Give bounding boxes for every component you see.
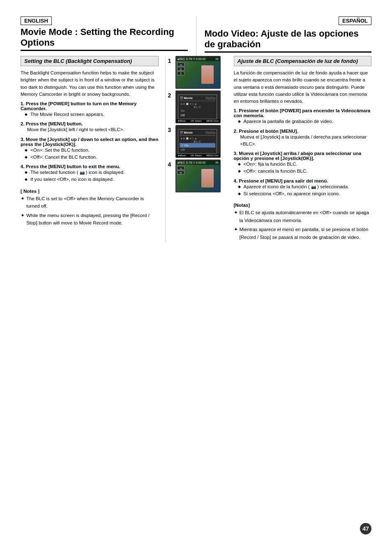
screen-3-move: ◄Move bbox=[178, 154, 186, 157]
note-en-0: The BLC is set to <Off> when the Memory … bbox=[26, 195, 159, 210]
screen-2-menu-header: 🎬 Movie ⬛◻⬛◻ bbox=[180, 96, 215, 101]
screen-1-rec: ●REC S-TE Y 0:00:00 bbox=[178, 58, 206, 60]
screen-1-item: 1 ●REC S-TE Y 0:00:00 IN 📹 📷 ☰ bbox=[168, 56, 225, 89]
screen-2-move: ◄Move bbox=[178, 120, 186, 122]
step-es-4: 4. Presione el [MENU] para salir del men… bbox=[234, 178, 372, 198]
english-badge: ENGLISH bbox=[21, 16, 188, 27]
content-espanol: Ajuste de BLC (Compensación de luz de fo… bbox=[227, 56, 372, 243]
step-en-2-num: 2. Press the [MENU] button. bbox=[21, 121, 159, 126]
screen-4-num: 4 bbox=[168, 161, 174, 168]
step-en-1-num: 1. Press the [POWER] button to turn on t… bbox=[21, 101, 159, 111]
screen-2-bottombar: ◄Move OK Select MENU Exit bbox=[176, 119, 220, 123]
screen-2-menu-icons-row: ★ ⚙ 🔲 ✦ ⬡ ◈ bbox=[180, 102, 215, 106]
step-en-4-title: Press the [MENU] button to exit the menu… bbox=[26, 164, 120, 169]
screen-1: ●REC S-TE Y 0:00:00 IN 📹 📷 ☰ bbox=[175, 56, 221, 89]
note-es-0: El BLC se ajusta automáticamente en <Off… bbox=[240, 209, 372, 224]
step-es-3-title: Mueva el [Joystick] arriba / abajo para … bbox=[234, 151, 362, 161]
screen-4-icon2: 📷 bbox=[177, 171, 184, 174]
english-title-block: ENGLISH Movie Mode : Setting the Recordi… bbox=[21, 16, 196, 56]
screen-2-menu-icons: ⬛◻⬛◻ bbox=[205, 97, 215, 99]
screen-4-subject bbox=[201, 169, 214, 187]
step-es-3-bullet-0: <On>: fija la función BLC. bbox=[244, 161, 372, 168]
screen-3-select: OK Select bbox=[191, 154, 202, 157]
step-es-2-subtitle: Mueva el [Joystick] a la izquierda / der… bbox=[240, 134, 372, 148]
step-es-2-num: 2. Presione el botón [MENU]. bbox=[234, 129, 372, 134]
step-es-3-num: 3. Mueva el [Joystick] arriba / abajo pa… bbox=[234, 151, 372, 161]
intro-espanol: La función de compensación de luz de fon… bbox=[234, 69, 372, 105]
step-en-4: 4. Press the [MENU] button to exit the m… bbox=[21, 164, 159, 183]
step-es-4-title: Presione el [MENU] para salir del menú. bbox=[239, 178, 328, 183]
step-es-2: 2. Presione el botón [MENU]. Mueva el [J… bbox=[234, 129, 372, 148]
screen-2-select: OK Select bbox=[191, 120, 202, 122]
screen-2-exit: MENU Exit bbox=[206, 120, 218, 122]
step-en-3-num: 3. Move the [Joystick] up / down to sele… bbox=[21, 137, 159, 147]
step-en-4-num: 4. Press the [MENU] button to exit the m… bbox=[21, 164, 159, 169]
center-screens: 1 ●REC S-TE Y 0:00:00 IN 📹 📷 ☰ bbox=[166, 56, 227, 243]
screen-2-item: 2 🎬 Movie ⬛◻⬛◻ ★ ⚙ 🔲 ✦ ⬡ ◈ B·L·C On Off bbox=[168, 90, 225, 123]
screen-1-in: IN bbox=[216, 58, 219, 60]
screen-3: 🎬 Movie ⬛◻⬛◻ ★ ⚙ 🔲 ✦ ⬡ ◈ B·L·C ✓ On Off … bbox=[175, 125, 221, 158]
screen-2-num: 2 bbox=[168, 92, 174, 99]
notes-espanol: [Notas] El BLC se ajusta automáticamente… bbox=[234, 201, 372, 241]
screen-1-subject bbox=[201, 65, 214, 84]
screen-3-item: 3 🎬 Movie ⬛◻⬛◻ ★ ⚙ 🔲 ✦ ⬡ ◈ B·L·C ✓ On Of… bbox=[168, 125, 225, 158]
screen-1-num: 1 bbox=[168, 58, 174, 64]
step-es-1-bullet-0: Aparece la pantalla de grabación de vide… bbox=[244, 118, 372, 125]
steps-espanol: 1. Presione el botón [POWER] para encend… bbox=[234, 108, 372, 197]
screen-3-menu-header: 🎬 Movie ⬛◻⬛◻ bbox=[180, 131, 215, 136]
step-en-1: 1. Press the [POWER] button to turn on t… bbox=[21, 101, 159, 118]
step-en-4-bullet-0: The selected function ( 📷 ) icon is disp… bbox=[30, 169, 159, 176]
screen-4-rec: ●REC S-TE Y 0:00:00 bbox=[178, 161, 206, 164]
screen-3-bottombar: ◄Move OK Select MENU Exit bbox=[176, 154, 220, 157]
step-es-4-bullet-1: Si selecciona <Off>, no aparece ningún i… bbox=[244, 190, 372, 197]
intro-english: The Backlight Compensation function help… bbox=[21, 69, 159, 98]
screen-4-overlay: ●REC S-TE Y 0:00:00 IN bbox=[176, 160, 220, 165]
lang-espanol-badge: ESPAÑOL bbox=[339, 16, 371, 25]
step-en-3: 3. Move the [Joystick] up / down to sele… bbox=[21, 137, 159, 161]
page: ENGLISH Movie Mode : Setting the Recordi… bbox=[0, 0, 392, 555]
step-es-2-title: Presione el botón [MENU]. bbox=[239, 129, 298, 134]
main-content: Setting the BLC (Backlight Compensation)… bbox=[21, 56, 371, 243]
steps-english: 1. Press the [POWER] button to turn on t… bbox=[21, 101, 159, 183]
content-english: Setting the BLC (Backlight Compensation)… bbox=[21, 56, 166, 243]
screen-2-menu: 🎬 Movie ⬛◻⬛◻ ★ ⚙ 🔲 ✦ ⬡ ◈ B·L·C On Off bbox=[178, 95, 217, 119]
notes-english: [ Notes ] The BLC is set to <Off> when t… bbox=[21, 187, 159, 227]
step-es-1-num: 1. Presione el botón [POWER] para encend… bbox=[234, 108, 372, 118]
step-es-4-num: 4. Presione el [MENU] para salir del men… bbox=[234, 178, 372, 183]
screen-3-menu-icons: ⬛◻⬛◻ bbox=[205, 131, 215, 134]
note-es-1: Mientras aparece el menú en pantalla, si… bbox=[240, 226, 372, 241]
section-title-espanol: Ajuste de BLC (Compensación de luz de fo… bbox=[234, 56, 372, 66]
titles-row: ENGLISH Movie Mode : Setting the Recordi… bbox=[21, 16, 371, 56]
notes-espanol-title: [Notas] bbox=[234, 201, 372, 209]
screen-1-icon2: 📷 bbox=[177, 67, 184, 71]
step-en-4-bullet-1: If you select <Off>, no icon is displaye… bbox=[30, 176, 159, 183]
lang-english-badge: ENGLISH bbox=[21, 16, 52, 25]
step-es-4-bullet-0: Aparece el icono de la función ( 📷 ) sel… bbox=[244, 183, 372, 190]
screen-1-overlay: ●REC S-TE Y 0:00:00 IN bbox=[176, 57, 220, 61]
step-en-1-bullet-0: The Movie Record screen appears. bbox=[30, 111, 159, 118]
step-en-3-bullet-1: <Off>: Cancel the BLC function. bbox=[30, 154, 159, 161]
screen-4: ●REC S-TE Y 0:00:00 IN 📹 📷 bbox=[175, 160, 221, 192]
step-es-3-bullet-1: <Off>: cancela la función BLC. bbox=[244, 168, 372, 175]
screen-2-blc-label: B·L·C bbox=[180, 106, 215, 109]
page-title-espanol: Modo Video: Ajuste de las opciones de gr… bbox=[205, 28, 372, 53]
note-en-1: While the menu screen is displayed, pres… bbox=[26, 212, 159, 227]
screen-4-item: 4 ●REC S-TE Y 0:00:00 IN 📹 📷 bbox=[168, 160, 225, 192]
section-title-english: Setting the BLC (Backlight Compensation) bbox=[21, 56, 159, 66]
step-en-2: 2. Press the [MENU] button. Move the [Jo… bbox=[21, 121, 159, 133]
notes-english-title: [ Notes ] bbox=[21, 187, 159, 195]
screen-2-on: On bbox=[180, 109, 215, 113]
page-title-english: Movie Mode : Setting the Recording Optio… bbox=[21, 27, 188, 51]
espanol-title-block: ESPAÑOL Modo Video: Ajuste de las opcion… bbox=[196, 16, 372, 56]
screen-3-off: Off bbox=[180, 148, 215, 152]
screen-3-blc-label: B·L·C bbox=[180, 140, 215, 143]
step-es-1: 1. Presione el botón [POWER] para encend… bbox=[234, 108, 372, 125]
screen-2-menu-title: 🎬 Movie bbox=[180, 96, 193, 100]
screen-3-menu-title: 🎬 Movie bbox=[180, 131, 193, 134]
screen-1-icon1: 📹 bbox=[177, 62, 184, 66]
screen-3-icon-row: ★ ⚙ 🔲 ✦ ⬡ ◈ bbox=[180, 137, 197, 140]
step-en-2-title: Press the [MENU] button. bbox=[26, 121, 83, 126]
screen-3-menu-icons-row: ★ ⚙ 🔲 ✦ ⬡ ◈ bbox=[180, 136, 215, 140]
step-es-3: 3. Mueva el [Joystick] arriba / abajo pa… bbox=[234, 151, 372, 175]
step-en-1-title: Press the [POWER] button to turn on the … bbox=[21, 101, 136, 111]
